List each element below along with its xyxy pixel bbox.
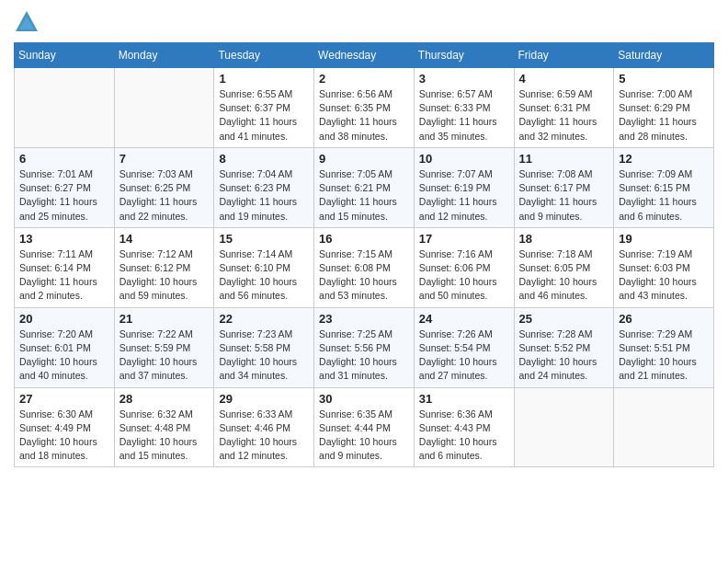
calendar-cell: 23Sunrise: 7:25 AM Sunset: 5:56 PM Dayli… xyxy=(314,307,415,387)
day-info: Sunrise: 6:59 AM Sunset: 6:31 PM Dayligh… xyxy=(519,87,609,144)
day-info: Sunrise: 7:00 AM Sunset: 6:29 PM Dayligh… xyxy=(619,87,709,144)
day-info: Sunrise: 7:28 AM Sunset: 5:52 PM Dayligh… xyxy=(519,327,609,384)
header xyxy=(14,9,714,35)
day-of-week-header: Saturday xyxy=(614,43,714,68)
day-of-week-header: Wednesday xyxy=(314,43,415,68)
day-info: Sunrise: 7:05 AM Sunset: 6:21 PM Dayligh… xyxy=(319,167,409,224)
day-info: Sunrise: 6:36 AM Sunset: 4:43 PM Dayligh… xyxy=(419,408,509,464)
calendar-cell: 14Sunrise: 7:12 AM Sunset: 6:12 PM Dayli… xyxy=(114,227,214,307)
calendar-body: 1Sunrise: 6:55 AM Sunset: 6:37 PM Daylig… xyxy=(15,68,714,467)
day-number: 24 xyxy=(419,312,509,326)
day-info: Sunrise: 7:18 AM Sunset: 6:05 PM Dayligh… xyxy=(519,247,609,304)
calendar-cell: 20Sunrise: 7:20 AM Sunset: 6:01 PM Dayli… xyxy=(15,307,115,387)
day-info: Sunrise: 7:14 AM Sunset: 6:10 PM Dayligh… xyxy=(219,247,309,304)
day-info: Sunrise: 6:56 AM Sunset: 6:35 PM Dayligh… xyxy=(319,87,409,144)
calendar-cell: 21Sunrise: 7:22 AM Sunset: 5:59 PM Dayli… xyxy=(114,307,214,387)
day-number: 8 xyxy=(219,152,309,166)
calendar-cell: 5Sunrise: 7:00 AM Sunset: 6:29 PM Daylig… xyxy=(614,68,714,148)
calendar-cell: 31Sunrise: 6:36 AM Sunset: 4:43 PM Dayli… xyxy=(414,387,514,467)
day-number: 9 xyxy=(319,152,409,166)
calendar-cell: 26Sunrise: 7:29 AM Sunset: 5:51 PM Dayli… xyxy=(614,307,714,387)
calendar-cell: 1Sunrise: 6:55 AM Sunset: 6:37 PM Daylig… xyxy=(214,68,314,148)
day-number: 19 xyxy=(619,232,709,246)
calendar-cell: 2Sunrise: 6:56 AM Sunset: 6:35 PM Daylig… xyxy=(314,68,415,148)
calendar-cell: 24Sunrise: 7:26 AM Sunset: 5:54 PM Dayli… xyxy=(414,307,514,387)
day-info: Sunrise: 7:07 AM Sunset: 6:19 PM Dayligh… xyxy=(419,167,509,224)
day-info: Sunrise: 7:16 AM Sunset: 6:06 PM Dayligh… xyxy=(419,247,509,304)
day-number: 13 xyxy=(19,232,109,246)
day-info: Sunrise: 6:33 AM Sunset: 4:46 PM Dayligh… xyxy=(219,408,309,464)
calendar-cell: 4Sunrise: 6:59 AM Sunset: 6:31 PM Daylig… xyxy=(514,68,614,148)
day-info: Sunrise: 7:09 AM Sunset: 6:15 PM Dayligh… xyxy=(619,167,709,224)
day-number: 5 xyxy=(619,72,709,86)
calendar-week-row: 1Sunrise: 6:55 AM Sunset: 6:37 PM Daylig… xyxy=(15,68,714,148)
day-info: Sunrise: 7:04 AM Sunset: 6:23 PM Dayligh… xyxy=(219,167,309,224)
day-info: Sunrise: 7:20 AM Sunset: 6:01 PM Dayligh… xyxy=(19,327,109,384)
calendar-cell: 28Sunrise: 6:32 AM Sunset: 4:48 PM Dayli… xyxy=(114,387,214,467)
calendar-cell xyxy=(514,387,614,467)
calendar-cell: 12Sunrise: 7:09 AM Sunset: 6:15 PM Dayli… xyxy=(614,147,714,227)
day-number: 31 xyxy=(419,392,509,406)
day-number: 30 xyxy=(319,392,409,406)
day-info: Sunrise: 7:11 AM Sunset: 6:14 PM Dayligh… xyxy=(19,247,109,304)
calendar-cell: 15Sunrise: 7:14 AM Sunset: 6:10 PM Dayli… xyxy=(214,227,314,307)
day-number: 17 xyxy=(419,232,509,246)
day-info: Sunrise: 7:19 AM Sunset: 6:03 PM Dayligh… xyxy=(619,247,709,304)
day-number: 22 xyxy=(219,312,309,326)
day-number: 29 xyxy=(219,392,309,406)
calendar-cell: 3Sunrise: 6:57 AM Sunset: 6:33 PM Daylig… xyxy=(414,68,514,148)
calendar-cell: 6Sunrise: 7:01 AM Sunset: 6:27 PM Daylig… xyxy=(15,147,115,227)
day-info: Sunrise: 6:30 AM Sunset: 4:49 PM Dayligh… xyxy=(19,408,109,464)
day-number: 15 xyxy=(219,232,309,246)
day-info: Sunrise: 7:03 AM Sunset: 6:25 PM Dayligh… xyxy=(119,167,210,224)
day-info: Sunrise: 7:15 AM Sunset: 6:08 PM Dayligh… xyxy=(319,247,409,304)
day-number: 3 xyxy=(419,72,509,86)
calendar-cell: 18Sunrise: 7:18 AM Sunset: 6:05 PM Dayli… xyxy=(514,227,614,307)
day-info: Sunrise: 7:25 AM Sunset: 5:56 PM Dayligh… xyxy=(319,327,409,384)
calendar-cell: 11Sunrise: 7:08 AM Sunset: 6:17 PM Dayli… xyxy=(514,147,614,227)
day-number: 1 xyxy=(219,72,309,86)
day-info: Sunrise: 6:55 AM Sunset: 6:37 PM Dayligh… xyxy=(219,87,309,144)
calendar-cell: 22Sunrise: 7:23 AM Sunset: 5:58 PM Dayli… xyxy=(214,307,314,387)
day-info: Sunrise: 7:01 AM Sunset: 6:27 PM Dayligh… xyxy=(19,167,109,224)
calendar-week-row: 27Sunrise: 6:30 AM Sunset: 4:49 PM Dayli… xyxy=(15,387,714,467)
day-info: Sunrise: 6:57 AM Sunset: 6:33 PM Dayligh… xyxy=(419,87,509,144)
calendar-week-row: 13Sunrise: 7:11 AM Sunset: 6:14 PM Dayli… xyxy=(15,227,714,307)
day-number: 2 xyxy=(319,72,409,86)
calendar-cell: 9Sunrise: 7:05 AM Sunset: 6:21 PM Daylig… xyxy=(314,147,415,227)
calendar-cell: 29Sunrise: 6:33 AM Sunset: 4:46 PM Dayli… xyxy=(214,387,314,467)
day-number: 28 xyxy=(119,392,210,406)
calendar-cell: 17Sunrise: 7:16 AM Sunset: 6:06 PM Dayli… xyxy=(414,227,514,307)
day-info: Sunrise: 7:29 AM Sunset: 5:51 PM Dayligh… xyxy=(619,327,709,384)
day-number: 25 xyxy=(519,312,609,326)
day-number: 23 xyxy=(319,312,409,326)
calendar-cell: 16Sunrise: 7:15 AM Sunset: 6:08 PM Dayli… xyxy=(314,227,415,307)
day-of-week-header: Thursday xyxy=(414,43,514,68)
day-info: Sunrise: 7:12 AM Sunset: 6:12 PM Dayligh… xyxy=(119,247,210,304)
calendar-cell: 13Sunrise: 7:11 AM Sunset: 6:14 PM Dayli… xyxy=(15,227,115,307)
calendar-cell: 30Sunrise: 6:35 AM Sunset: 4:44 PM Dayli… xyxy=(314,387,415,467)
day-of-week-header: Friday xyxy=(514,43,614,68)
logo xyxy=(14,9,43,35)
calendar-cell xyxy=(614,387,714,467)
calendar-table: SundayMondayTuesdayWednesdayThursdayFrid… xyxy=(14,42,714,467)
day-info: Sunrise: 7:08 AM Sunset: 6:17 PM Dayligh… xyxy=(519,167,609,224)
day-of-week-header: Tuesday xyxy=(214,43,314,68)
day-info: Sunrise: 6:35 AM Sunset: 4:44 PM Dayligh… xyxy=(319,408,409,464)
calendar-cell: 27Sunrise: 6:30 AM Sunset: 4:49 PM Dayli… xyxy=(15,387,115,467)
calendar-week-row: 20Sunrise: 7:20 AM Sunset: 6:01 PM Dayli… xyxy=(15,307,714,387)
day-number: 14 xyxy=(119,232,210,246)
day-info: Sunrise: 6:32 AM Sunset: 4:48 PM Dayligh… xyxy=(119,408,210,464)
calendar-cell: 25Sunrise: 7:28 AM Sunset: 5:52 PM Dayli… xyxy=(514,307,614,387)
logo-icon xyxy=(14,9,40,35)
calendar-cell xyxy=(15,68,115,148)
day-of-week-header: Monday xyxy=(114,43,214,68)
calendar-cell: 7Sunrise: 7:03 AM Sunset: 6:25 PM Daylig… xyxy=(114,147,214,227)
calendar-cell xyxy=(114,68,214,148)
day-number: 20 xyxy=(19,312,109,326)
day-number: 7 xyxy=(119,152,210,166)
day-number: 26 xyxy=(619,312,709,326)
day-of-week-header: Sunday xyxy=(15,43,115,68)
day-number: 6 xyxy=(19,152,109,166)
day-number: 10 xyxy=(419,152,509,166)
